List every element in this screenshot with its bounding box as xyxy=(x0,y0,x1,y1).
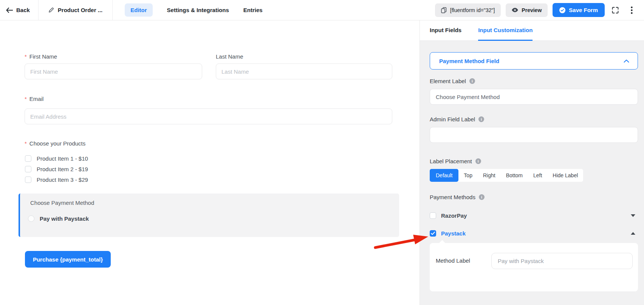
copy-icon xyxy=(441,7,447,13)
product-item-1-checkbox-row[interactable]: Product Item 1 - $10 xyxy=(25,155,88,162)
tab-settings-integrations[interactable]: Settings & Integrations xyxy=(167,7,229,13)
paystack-label: Paystack xyxy=(441,230,466,237)
placement-option-hide-label[interactable]: Hide Label xyxy=(547,169,583,182)
form-editor-canvas: *First Name Last Name *Email *Choose you… xyxy=(0,20,420,305)
field-selector-dropdown[interactable]: Payment Method Field xyxy=(430,52,638,70)
payment-method-paystack-row[interactable]: Paystack xyxy=(430,230,638,237)
checkbox-unchecked-icon[interactable] xyxy=(430,212,436,219)
fullscreen-icon xyxy=(611,6,619,14)
checkbox-unchecked-icon[interactable] xyxy=(25,155,31,162)
edit-pencil-icon xyxy=(48,7,54,13)
required-asterisk: * xyxy=(25,53,27,60)
label-placement-segmented-control: Default Top Right Bottom Left Hide Label xyxy=(430,169,583,182)
checkbox-unchecked-icon[interactable] xyxy=(25,166,31,172)
pay-with-paystack-option[interactable]: Pay with Paystack xyxy=(28,215,89,222)
info-icon[interactable] xyxy=(479,194,485,200)
placement-option-right[interactable]: Right xyxy=(478,169,501,182)
element-label-input[interactable] xyxy=(430,89,638,105)
checkmark-icon xyxy=(431,232,435,235)
method-label-row: Method Label xyxy=(430,243,638,269)
info-icon[interactable] xyxy=(475,158,481,164)
label-placement-heading: Label Placement xyxy=(430,158,638,164)
back-label: Back xyxy=(16,7,30,13)
products-label: *Choose your Products xyxy=(25,140,85,147)
product-item-3-checkbox-row[interactable]: Product Item 3 - $29 xyxy=(25,176,88,183)
shortcode-text: [fluentform id="32"] xyxy=(450,7,495,13)
preview-label: Preview xyxy=(522,7,542,13)
tab-editor[interactable]: Editor xyxy=(125,3,152,17)
eye-icon xyxy=(512,8,518,12)
placement-option-left[interactable]: Left xyxy=(528,169,547,182)
chevron-up-icon xyxy=(624,59,629,63)
checkbox-unchecked-icon[interactable] xyxy=(25,176,31,183)
info-icon[interactable] xyxy=(478,116,484,122)
last-name-input[interactable] xyxy=(216,63,392,79)
placement-option-top[interactable]: Top xyxy=(458,169,478,182)
last-name-label: Last Name xyxy=(216,53,243,60)
placement-option-bottom[interactable]: Bottom xyxy=(501,169,528,182)
top-toolbar: Back Product Order ... Editor Settings &… xyxy=(0,0,644,20)
tab-input-fields[interactable]: Input Fields xyxy=(430,20,461,41)
more-options-button[interactable] xyxy=(626,5,637,16)
pay-with-paystack-label: Pay with Paystack xyxy=(40,215,89,222)
field-selector-label: Payment Method Field xyxy=(439,58,499,64)
product-item-1-label: Product Item 1 - $10 xyxy=(37,155,88,162)
shortcode-copy-button[interactable]: [fluentform id="32"] xyxy=(435,3,501,17)
product-item-2-label: Product Item 2 - $19 xyxy=(37,166,88,172)
first-name-input[interactable] xyxy=(25,63,202,79)
purchase-submit-button[interactable]: Purchase {payment_total} xyxy=(25,251,111,268)
caret-up-icon[interactable] xyxy=(631,232,635,235)
admin-field-label-input[interactable] xyxy=(430,127,638,143)
placement-option-default[interactable]: Default xyxy=(430,169,458,182)
caret-down-icon[interactable] xyxy=(631,214,635,217)
sidebar-tabs: Input Fields Input Customization xyxy=(420,20,644,41)
first-name-field-wrap xyxy=(25,63,202,79)
method-label-heading: Method Label xyxy=(436,253,491,269)
check-circle-icon xyxy=(559,7,565,13)
form-title-group[interactable]: Product Order ... xyxy=(39,0,113,20)
payment-method-label: Choose Payment Method xyxy=(30,200,94,206)
fullscreen-button[interactable] xyxy=(610,5,621,16)
tab-entries[interactable]: Entries xyxy=(243,7,263,13)
payment-methods-heading: Payment Methods xyxy=(430,194,638,200)
required-asterisk: * xyxy=(25,96,27,102)
payment-method-field-selected[interactable]: Choose Payment Method Pay with Paystack xyxy=(19,194,399,237)
admin-field-label-heading: Admin Field Label xyxy=(430,116,638,122)
element-label-heading: Element Label xyxy=(430,78,638,84)
save-form-label: Save Form xyxy=(569,7,598,13)
razorpay-label: RazorPay xyxy=(441,212,467,219)
settings-sidebar: Input Fields Input Customization Payment… xyxy=(420,20,644,305)
product-item-2-checkbox-row[interactable]: Product Item 2 - $19 xyxy=(25,166,88,172)
required-asterisk: * xyxy=(25,140,27,147)
save-form-button[interactable]: Save Form xyxy=(553,3,605,17)
input-customization-panel: Payment Method Field Element Label Admin… xyxy=(420,41,644,291)
checkbox-checked-icon[interactable] xyxy=(430,230,436,237)
first-name-label: *First Name xyxy=(25,53,57,60)
paystack-settings-card: Method Label xyxy=(430,243,638,291)
email-label: *Email xyxy=(25,96,43,102)
radio-unselected-icon[interactable] xyxy=(28,215,34,222)
back-arrow-icon xyxy=(6,8,13,13)
info-icon[interactable] xyxy=(469,78,475,84)
back-button[interactable]: Back xyxy=(0,0,39,20)
editor-nav-tabs: Editor Settings & Integrations Entries xyxy=(125,3,262,17)
product-item-3-label: Product Item 3 - $29 xyxy=(37,176,88,183)
kebab-menu-icon xyxy=(631,6,633,14)
method-label-input[interactable] xyxy=(491,253,633,269)
payment-method-razorpay-row[interactable]: RazorPay xyxy=(430,212,638,219)
toolbar-actions: [fluentform id="32"] Preview Save Form xyxy=(435,3,644,17)
email-input[interactable] xyxy=(25,108,392,124)
preview-button[interactable]: Preview xyxy=(506,3,548,17)
form-title: Product Order ... xyxy=(58,7,102,13)
tab-input-customization[interactable]: Input Customization xyxy=(478,20,533,41)
